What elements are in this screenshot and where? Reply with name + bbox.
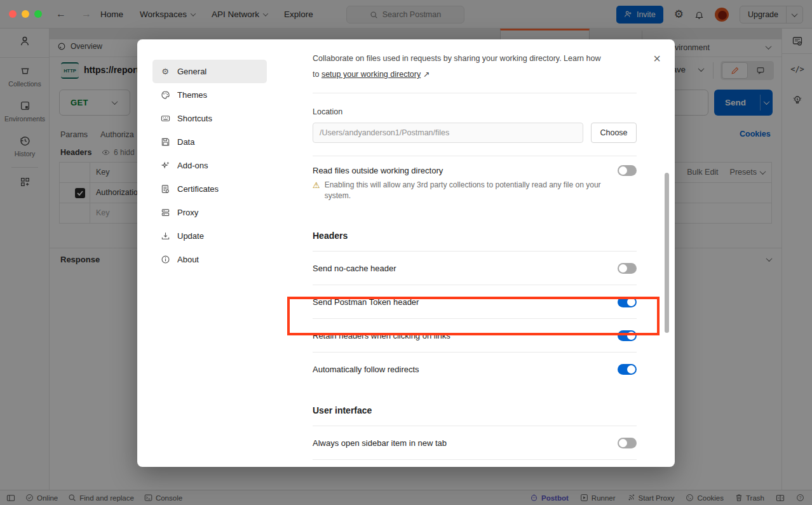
proxy-server-icon <box>160 208 170 217</box>
no-cache-toggle[interactable] <box>618 263 637 274</box>
keyboard-icon <box>160 114 170 123</box>
sparkle-icon <box>160 161 170 170</box>
settings-nav-proxy[interactable]: Proxy <box>152 201 267 224</box>
download-update-icon <box>160 231 170 241</box>
settings-nav-certificates[interactable]: Certificates <box>152 177 267 201</box>
working-directory-intro: Collaborate on files used in requests by… <box>313 39 605 83</box>
gear-icon: ⚙ <box>160 67 170 76</box>
read-files-label: Read files outside working directory <box>313 166 443 175</box>
setting-row-follow-redirects: Automatically follow redirects <box>313 352 637 386</box>
certificate-icon <box>160 184 170 194</box>
external-link-arrow-icon: ↗ <box>423 70 430 79</box>
zoom-window-button[interactable] <box>34 10 42 18</box>
settings-nav-add-ons[interactable]: Add-ons <box>152 154 267 177</box>
settings-nav-update[interactable]: Update <box>152 224 267 248</box>
setting-row-no-cache: Send no-cache header <box>313 251 637 285</box>
read-files-warning: ⚠ Enabling this will allow any 3rd party… <box>313 180 611 201</box>
close-window-button[interactable] <box>9 10 17 18</box>
setting-row-ask-closing-tabs: Always ask when closing unsaved tabs <box>313 459 637 467</box>
themes-palette-icon <box>160 90 170 100</box>
choose-button[interactable]: Choose <box>591 123 637 143</box>
follow-redirects-toggle[interactable] <box>618 364 637 375</box>
location-label: Location <box>313 107 637 116</box>
settings-content: Collaborate on files used in requests by… <box>313 39 637 467</box>
highlight-box <box>287 297 660 335</box>
read-files-toggle[interactable] <box>618 165 637 176</box>
settings-nav-general[interactable]: ⚙ General <box>152 60 267 83</box>
settings-modal: × ⚙ General Themes Shortcuts <box>137 39 675 467</box>
data-floppy-icon <box>160 137 170 147</box>
info-circle-icon <box>160 255 170 264</box>
minimize-window-button[interactable] <box>22 10 29 18</box>
divider <box>313 156 637 156</box>
postman-app: ← → Home Workspaces API Network Explore … <box>0 0 812 505</box>
settings-nav-data[interactable]: Data <box>152 130 267 154</box>
ui-section-title: User interface <box>313 405 637 415</box>
setup-working-directory-link[interactable]: setup your working directory <box>321 70 421 79</box>
settings-nav: ⚙ General Themes Shortcuts Data <box>152 60 267 271</box>
warning-icon: ⚠ <box>313 180 320 201</box>
window-controls <box>9 10 42 18</box>
settings-nav-about[interactable]: About <box>152 248 267 271</box>
setting-row-sidebar-new-tab: Always open sidebar item in new tab <box>313 426 637 459</box>
modal-scrollbar[interactable] <box>665 173 669 333</box>
headers-section-title: Headers <box>313 231 637 241</box>
divider <box>313 93 637 93</box>
location-input[interactable]: /Users/andyanderson1/Postman/files <box>313 123 583 143</box>
settings-nav-shortcuts[interactable]: Shortcuts <box>152 107 267 130</box>
close-icon[interactable]: × <box>653 52 661 65</box>
settings-nav-themes[interactable]: Themes <box>152 83 267 107</box>
sidebar-new-tab-toggle[interactable] <box>618 438 637 448</box>
